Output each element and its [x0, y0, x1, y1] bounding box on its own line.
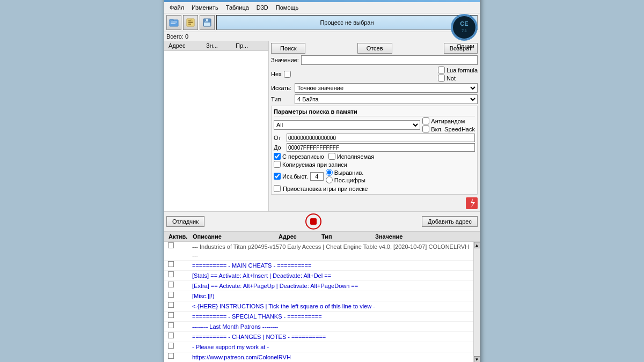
- table-row[interactable]: ========== - MAIN CHEATS - ==========: [164, 261, 473, 271]
- table-row[interactable]: <-{HERE} INSTRUCTIONS | Tick the left sq…: [164, 301, 473, 312]
- executable-checkbox[interactable]: [328, 153, 335, 160]
- stop-inner: [310, 218, 317, 225]
- menu-help[interactable]: Помощь: [273, 3, 302, 12]
- fast-scan-checkbox[interactable]: [274, 173, 281, 180]
- copy-write-row: Копируемая при записи: [274, 161, 347, 168]
- value-label: Значение:: [271, 57, 299, 63]
- search-type-label: Искать:: [271, 85, 292, 91]
- scrollbar-track[interactable]: [474, 248, 480, 356]
- table-row[interactable]: [Misc.]|!): [164, 291, 473, 301]
- search-type-select[interactable]: Точное значение: [295, 83, 478, 93]
- pause-row: Приостановка игры при поиске: [274, 185, 475, 192]
- digit-radio[interactable]: [326, 176, 333, 183]
- ct-checkbox[interactable]: [168, 261, 174, 267]
- not-checkbox[interactable]: [438, 75, 445, 82]
- menu-bar: Файл Изменить Таблица D3D Помощь: [164, 2, 480, 13]
- ct-activ-cell: [166, 312, 191, 318]
- pause-label: Приостановка игры при поиске: [283, 186, 368, 192]
- toolbar: Процесс не выбран: [164, 13, 480, 32]
- ct-activ-cell: [166, 242, 191, 248]
- table-row[interactable]: https://www.patreon.com/ColonelRVH: [164, 352, 473, 362]
- menu-d3d[interactable]: D3D: [253, 3, 272, 12]
- align-radio[interactable]: [326, 169, 333, 176]
- table-row[interactable]: -------- Last Month Patrons --------: [164, 322, 473, 332]
- sk-header: Зн...: [204, 42, 233, 49]
- ct-desc-cell: ========== - SPECIAL THANKS - ==========: [191, 312, 471, 321]
- table-row[interactable]: ========== - CHANGES | NOTES - =========…: [164, 332, 473, 342]
- svg-rect-9: [204, 23, 210, 26]
- debugger-button[interactable]: Отладчик: [166, 216, 204, 227]
- right-panel: Поиск Отсев Возврат Значение: Hex Lua fo…: [269, 41, 480, 211]
- open-file-button[interactable]: [183, 15, 198, 30]
- type-select[interactable]: 4 Байта: [295, 94, 478, 104]
- copy-write-checkbox[interactable]: [274, 161, 281, 168]
- svg-text:7.1: 7.1: [462, 29, 467, 33]
- process-bar[interactable]: Процесс не выбран: [216, 15, 478, 30]
- to-input[interactable]: [287, 143, 475, 152]
- menu-table[interactable]: Таблица: [223, 3, 252, 12]
- add-address-button[interactable]: Добавить адрес: [422, 216, 478, 227]
- lua-formula-checkbox[interactable]: [438, 67, 445, 73]
- svg-rect-3: [170, 19, 173, 21]
- scrollbar-down-arrow[interactable]: ▼: [474, 356, 480, 362]
- ct-desc-cell: ========== - CHANGES | NOTES - =========…: [191, 333, 471, 341]
- ct-checkbox[interactable]: [168, 292, 174, 298]
- svg-point-11: [452, 16, 476, 39]
- ct-activ-header: Актив.: [166, 233, 191, 240]
- save-button[interactable]: [200, 15, 215, 30]
- hex-label: Hex: [271, 71, 282, 77]
- ct-checkbox[interactable]: [168, 312, 174, 318]
- to-row: До: [274, 143, 475, 152]
- ct-checkbox[interactable]: [168, 353, 174, 359]
- hex-checkbox[interactable]: [284, 71, 291, 78]
- scrollbar-up-arrow[interactable]: ▲: [474, 242, 480, 248]
- main-window: CE Cheat Engine 7.1 ─ □ ✕ Файл Изменить …: [164, 0, 480, 362]
- speedhack-row: Вкл. SpeedHack: [422, 125, 475, 132]
- antirand-checkbox[interactable]: [422, 117, 429, 124]
- table-row[interactable]: [Extra] == Activate: Alt+PageUp | Deacti…: [164, 281, 473, 291]
- ct-desc-cell: [Misc.]|!): [191, 292, 471, 300]
- ct-checkbox[interactable]: [168, 343, 174, 349]
- ct-checkbox[interactable]: [168, 242, 174, 248]
- pr-header: Пр...: [233, 42, 266, 49]
- pause-checkbox[interactable]: [274, 185, 281, 192]
- mem-search-all-select[interactable]: All: [274, 120, 420, 130]
- table-row[interactable]: ========== - SPECIAL THANKS - ==========: [164, 312, 473, 322]
- from-input[interactable]: [287, 134, 475, 142]
- speedhack-checkbox[interactable]: [422, 125, 429, 132]
- ct-checkbox[interactable]: [168, 271, 174, 277]
- ce-logo: CE 7.1: [451, 14, 478, 41]
- from-row: От: [274, 134, 475, 142]
- table-row[interactable]: - Please support my work at -: [164, 342, 473, 352]
- fast-scan-input[interactable]: [310, 172, 324, 181]
- menu-file[interactable]: Файл: [166, 3, 187, 12]
- table-row[interactable]: --- Industries of Titan p20495-v1570 Ear…: [164, 242, 473, 261]
- ct-activ-cell: [166, 353, 191, 359]
- count-row: Всего: 0: [164, 32, 480, 41]
- cheat-table-body[interactable]: --- Industries of Titan p20495-v1570 Ear…: [164, 242, 473, 362]
- options-side: Lua formula Not: [438, 67, 478, 82]
- radio-group: Выравнив. Пос.цифры: [326, 169, 365, 183]
- ct-checkbox[interactable]: [168, 333, 174, 338]
- table-row[interactable]: [Stats] == Activate: Alt+Insert | Deacti…: [164, 271, 473, 281]
- speedhack-label: Вкл. SpeedHack: [431, 126, 475, 132]
- menu-edit[interactable]: Изменить: [188, 3, 222, 12]
- cheat-table-header: Актив. Описание Адрес Тип Значение: [164, 232, 480, 242]
- scan-results-list[interactable]: [164, 51, 268, 211]
- not-label: Not: [447, 75, 456, 82]
- filter-button[interactable]: Отсев: [357, 43, 392, 54]
- align-row: Выравнив.: [326, 169, 365, 176]
- ct-checkbox[interactable]: [168, 302, 174, 308]
- search-buttons-row: Поиск Отсев Возврат: [271, 43, 478, 54]
- open-process-button[interactable]: [166, 15, 181, 30]
- process-name: Процесс не выбран: [320, 19, 374, 26]
- ct-checkbox[interactable]: [168, 322, 174, 328]
- value-input[interactable]: [301, 55, 478, 65]
- cheat-table-body-container: --- Industries of Titan p20495-v1570 Ear…: [164, 242, 480, 362]
- overwrite-checkbox[interactable]: [274, 153, 281, 160]
- search-button[interactable]: Поиск: [271, 43, 305, 54]
- ct-checkbox[interactable]: [168, 282, 174, 287]
- stop-button[interactable]: [305, 213, 321, 230]
- fast-scan-check-row: Иск.быст.: [274, 173, 308, 180]
- cheat-table-scrollbar[interactable]: ▲ ▼: [473, 242, 480, 362]
